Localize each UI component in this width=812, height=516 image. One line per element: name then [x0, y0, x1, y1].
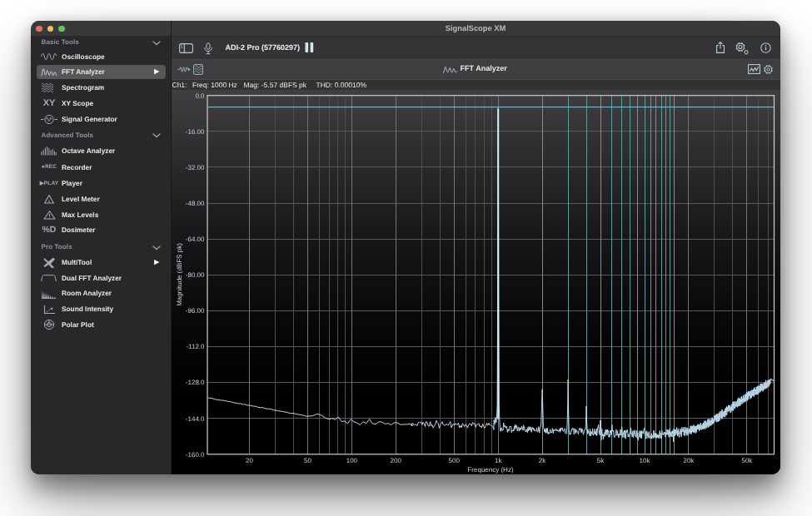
svg-text:-96.00: -96.00: [185, 307, 204, 315]
svg-text:-112.0: -112.0: [186, 343, 205, 350]
svg-text:10k: 10k: [639, 457, 650, 464]
svg-text:5k: 5k: [596, 457, 604, 464]
svg-text:20: 20: [246, 457, 253, 464]
svg-text:-48.00: -48.00: [185, 200, 204, 207]
svg-text:500: 500: [448, 457, 460, 464]
svg-text:-64.00: -64.00: [185, 236, 204, 243]
svg-text:-32.00: -32.00: [185, 164, 204, 171]
svg-text:Magnitude (dBFS pk): Magnitude (dBFS pk): [176, 243, 183, 306]
svg-text:-80.00: -80.00: [185, 271, 204, 279]
svg-text:100: 100: [346, 457, 357, 464]
svg-text:-160.0: -160.0: [185, 451, 204, 459]
svg-text:50: 50: [304, 457, 311, 464]
svg-text:Frequency (Hz): Frequency (Hz): [467, 466, 513, 474]
svg-text:50k: 50k: [741, 457, 753, 464]
svg-text:20k: 20k: [683, 457, 695, 464]
svg-text:2k: 2k: [538, 457, 545, 464]
svg-text:-16.00: -16.00: [185, 128, 204, 136]
svg-text:-128.0: -128.0: [185, 379, 204, 386]
svg-text:200: 200: [390, 457, 401, 464]
svg-text:-144.0: -144.0: [185, 415, 204, 423]
svg-text:0.0: 0.0: [195, 92, 205, 100]
svg-text:1k: 1k: [494, 457, 501, 464]
